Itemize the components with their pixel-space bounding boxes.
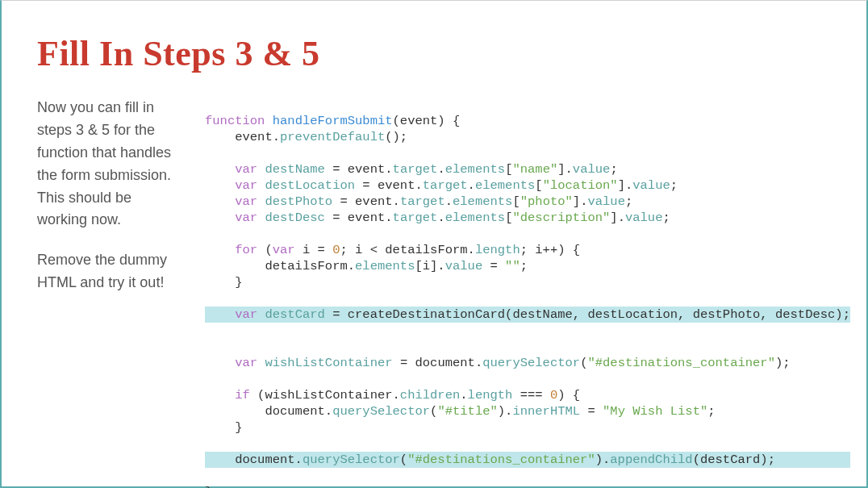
code-line-18: document.querySelector("#title").innerHT…: [205, 404, 716, 419]
code-line-17: if (wishListContainer.children.length ==…: [205, 388, 580, 402]
code-line-19: }: [205, 420, 243, 435]
code-line-14: [205, 340, 212, 354]
code-line-11: }: [205, 275, 243, 290]
intro-paragraph-1: Now you can fill in steps 3 & 5 for the …: [37, 97, 181, 231]
code-line-4: var destName = event.target.elements["na…: [205, 162, 618, 177]
code-line-22: }: [205, 485, 212, 488]
slide-frame: Fill In Steps 3 & 5 Now you can fill in …: [0, 0, 868, 488]
code-line-1: function handleFormSubmit(event) {: [205, 114, 460, 128]
code-line-7: var destDesc = event.target.elements["de…: [205, 211, 670, 225]
code-line-21-highlighted: document.querySelector("#destinations_co…: [205, 452, 850, 468]
description-column: Now you can fill in steps 3 & 5 for the …: [37, 97, 181, 312]
code-line-12: [205, 291, 212, 306]
code-line-5: var destLocation = event.target.elements…: [205, 178, 678, 193]
code-line-9: for (var i = 0; i < detailsForm.length; …: [205, 243, 580, 257]
content-columns: Now you can fill in steps 3 & 5 for the …: [37, 97, 831, 488]
code-line-3: [205, 146, 212, 161]
code-line-2: event.preventDefault();: [205, 130, 407, 144]
code-line-10: detailsForm.elements[i].value = "";: [205, 259, 528, 273]
code-line-20: [205, 436, 212, 451]
code-block: function handleFormSubmit(event) { event…: [205, 97, 834, 488]
code-line-13-highlighted: var destCard = createDestinationCard(des…: [205, 307, 850, 323]
intro-paragraph-2: Remove the dummy HTML and try it out!: [37, 249, 181, 294]
code-line-6: var destPhoto = event.target.elements["p…: [205, 194, 632, 209]
code-line-8: [205, 227, 212, 241]
code-line-15: var wishListContainer = document.querySe…: [205, 356, 791, 370]
code-line-16: [205, 372, 212, 386]
page-title: Fill In Steps 3 & 5: [37, 33, 831, 74]
